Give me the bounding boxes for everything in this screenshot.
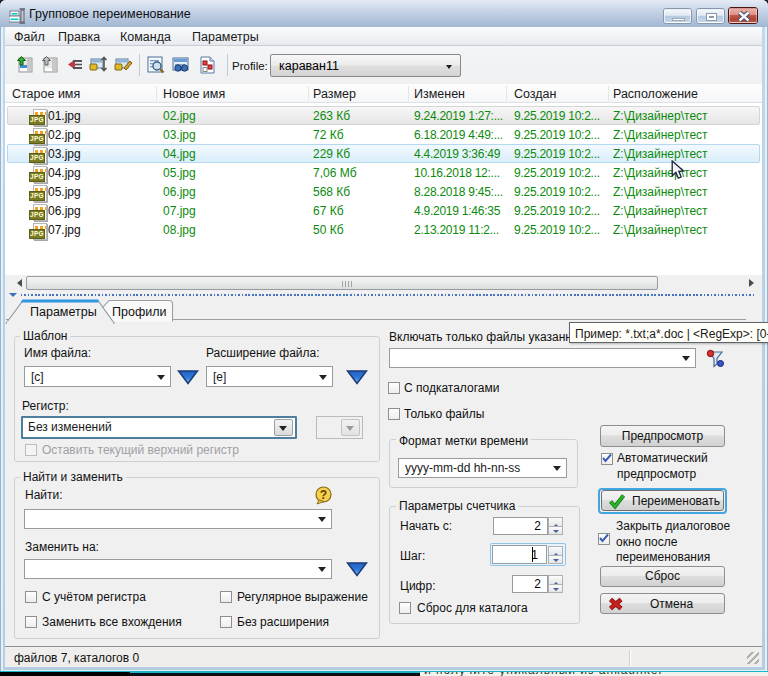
svg-text:?: ?	[320, 488, 327, 502]
